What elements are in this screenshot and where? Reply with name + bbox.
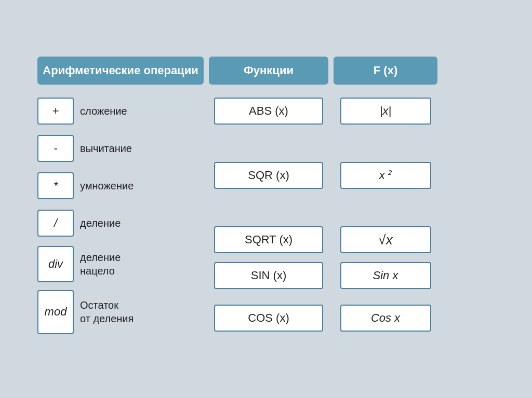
fx-spacer-1 [334,127,437,159]
func-spacer-1 [209,127,328,159]
main-container: Арифметические операции Функции F (x) + … [32,46,500,352]
func-row-sqrt: SQRT (x) [209,224,328,256]
fx-sqr: x 2 [340,162,431,189]
func-sin: SIN (x) [214,262,323,289]
fx-abs: |x| [340,98,431,125]
arith-row-mod: mod Остатокот деления [37,289,204,335]
arith-row-mul: * умножение [37,170,204,202]
op-minus-label: вычитание [80,143,132,155]
op-mod: mod [37,290,74,334]
func-sqrt: SQRT (x) [214,226,323,253]
fx-sqrt-val: √x [378,232,392,248]
fx-cos-val: Cos x [371,311,400,325]
func-column: ABS (x) SQR (x) SQRT (x) SIN (x) COS (x) [209,95,328,341]
fx-cos: Cos x [340,305,431,332]
fx-sin: Sin x [340,262,431,289]
op-div-slash-label: деление [80,217,121,229]
fx-column: |x| x 2 √x Sin x [334,95,437,341]
op-div-int: div [37,246,74,282]
op-div-slash: / [37,210,74,237]
op-div-int-label: делениенацело [80,251,121,278]
fx-sin-val: Sin x [373,269,398,282]
op-plus: + [37,98,74,125]
fx-row-sqrt: √x [334,224,437,256]
header-row: Арифметические операции Функции F (x) [37,57,495,85]
fx-sqr-val: x 2 [379,169,392,182]
fx-row-sqr: x 2 [334,159,437,191]
header-fx: F (x) [334,57,437,85]
fx-sqrt: √x [340,226,431,253]
func-row-sin: SIN (x) [209,256,328,295]
arith-column: + сложение - вычитание * умножение / дел… [37,95,204,341]
arith-row-div-int: div делениенацело [37,244,204,283]
func-row-sqr: SQR (x) [209,159,328,191]
content-area: + сложение - вычитание * умножение / дел… [37,95,495,341]
header-functions: Функции [209,57,328,85]
fx-row-sin: Sin x [334,256,437,295]
func-spacer-2 [209,191,328,224]
func-sqr: SQR (x) [214,162,323,189]
op-minus: - [37,135,74,162]
arith-row-div: / деление [37,207,204,239]
header-arith: Арифметические операции [37,57,204,85]
fx-spacer-2 [334,191,437,224]
arith-row-minus: - вычитание [37,132,204,164]
fx-abs-val: |x| [380,104,391,118]
op-plus-label: сложение [80,105,127,117]
op-mul: * [37,172,74,199]
op-mul-label: умножение [80,180,134,192]
arith-row-plus: + сложение [37,95,204,127]
fx-row-abs: |x| [334,95,437,127]
fx-row-cos: Cos x [334,295,437,341]
func-row-cos: COS (x) [209,295,328,341]
op-mod-label: Остатокот деления [80,298,134,325]
func-row-abs: ABS (x) [209,95,328,127]
func-abs: ABS (x) [214,98,323,125]
func-cos: COS (x) [214,305,323,332]
